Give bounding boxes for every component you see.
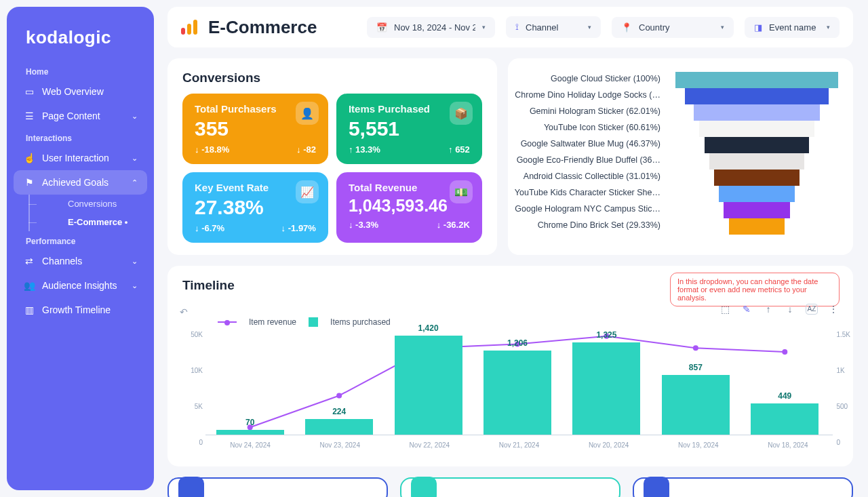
chevron-up-icon: ⌃ — [132, 178, 138, 187]
conversions-card: Conversions 👤 Total Purchasers 355 ↓ -18… — [167, 58, 497, 255]
chevron-down-icon: ⌄ — [132, 154, 138, 163]
analytics-icon — [181, 20, 197, 35]
content-icon: ☰ — [23, 110, 35, 122]
section-performance: Performance — [14, 231, 147, 249]
nav-growth[interactable]: ▥ Growth Timeline — [14, 298, 147, 322]
kpi-key-event-rate: 📈 Key Event Rate 27.38% ↓ -6.7%↓ -1.97% — [182, 172, 328, 243]
svg-point-1 — [336, 393, 342, 398]
chart-legend: Item revenue Items purchased — [218, 317, 391, 327]
svg-point-5 — [693, 345, 698, 351]
legend-box-icon — [309, 317, 318, 327]
timeline-card: Timeline In this dropdown, you can chang… — [167, 266, 853, 466]
card-icon — [411, 477, 437, 497]
section-home: Home — [14, 62, 147, 79]
chevron-down-icon: ⌄ — [132, 257, 138, 266]
location-icon: 📍 — [621, 22, 632, 33]
flag-icon: ⚑ — [23, 176, 35, 188]
kpi-items-purchased: 📦 Items Purchased 5,551 ↑ 13.3%↑ 652 — [336, 94, 482, 164]
conversions-title: Conversions — [182, 71, 482, 85]
nav-page-content[interactable]: ☰ Page Content ⌄ — [14, 104, 147, 128]
nav-ecommerce[interactable]: E-Commerce • — [14, 213, 147, 231]
topbar: E-Commerce 📅 Nov 18, 2024 - Nov 24, 202 … — [167, 7, 853, 47]
chevron-down-icon: ⌄ — [132, 112, 138, 121]
plot-area: 702241,4201,2061,325857449 — [205, 331, 833, 435]
dropdown-arrow-icon: ▾ — [482, 24, 486, 31]
funnel-card: Google Cloud Sticker (100%)Chrome Dino H… — [508, 58, 853, 255]
sort-az-icon[interactable]: AZ — [806, 304, 818, 315]
nav-audience[interactable]: 👥 Audience Insights ⌄ — [14, 273, 147, 298]
page-title: E-Commerce — [208, 17, 317, 38]
people-icon: 👥 — [23, 279, 35, 292]
funnel-labels: Google Cloud Sticker (100%)Chrome Dino H… — [515, 71, 665, 233]
brand-logo: kodalogic — [14, 20, 147, 62]
dropdown-arrow-icon: ▾ — [588, 24, 591, 31]
calendar-icon: 📅 — [376, 22, 387, 33]
kpi-total-revenue: 💵 Total Revenue 1,043,593.46 ↓ -3.3%↓ -3… — [336, 172, 482, 243]
legend-line-icon — [218, 321, 237, 323]
sidebar: kodalogic Home ▭ Web Overview ☰ Page Con… — [7, 7, 154, 490]
timeline-chart: 50K10K5K0 1.5K1K5000 702241,4201,2061,32… — [205, 331, 833, 446]
nav-web-overview[interactable]: ▭ Web Overview — [14, 79, 147, 104]
tap-icon: ☝ — [23, 152, 35, 164]
main: E-Commerce 📅 Nov 18, 2024 - Nov 24, 202 … — [161, 0, 868, 497]
bottom-card-2[interactable] — [400, 477, 620, 497]
nav-channels[interactable]: ⇄ Channels ⌄ — [14, 249, 147, 273]
bottom-card-3[interactable] — [633, 477, 853, 497]
share-icon: ⇄ — [23, 255, 35, 267]
dropdown-arrow-icon: ▾ — [827, 24, 830, 31]
channel-icon: ⟟ — [515, 22, 519, 33]
edit-icon[interactable]: ✎ — [741, 304, 753, 315]
chart-toolbar: ⬚ ✎ ↑ ↓ AZ ⋮ — [719, 304, 840, 315]
x-axis: Nov 24, 2024Nov 23, 2024Nov 22, 2024Nov … — [205, 441, 833, 449]
bottom-cards — [167, 477, 853, 497]
select-area-icon[interactable]: ⬚ — [719, 304, 731, 315]
y-axis-left: 50K10K5K0 — [182, 331, 203, 446]
date-range-picker[interactable]: 📅 Nov 18, 2024 - Nov 24, 202 ▾ — [367, 17, 495, 38]
nav-user-interaction[interactable]: ☝ User Interaction ⌄ — [14, 146, 147, 170]
more-icon[interactable]: ⋮ — [827, 304, 840, 315]
widgets-icon: ◨ — [754, 22, 762, 33]
upload-icon[interactable]: ↑ — [762, 304, 774, 315]
dropdown-arrow-icon: ▾ — [721, 24, 724, 31]
download-icon[interactable]: ↓ — [784, 304, 796, 315]
nav-achieved-goals[interactable]: ⚑ Achieved Goals ⌃ — [14, 170, 147, 195]
undo-icon[interactable]: ↶ — [180, 306, 188, 317]
chevron-down-icon: ⌄ — [132, 281, 138, 290]
browser-icon: ▭ — [23, 85, 35, 98]
channel-filter[interactable]: ⟟ Channel ▾ — [506, 16, 601, 38]
country-filter[interactable]: 📍 Country ▾ — [612, 17, 734, 38]
card-icon — [644, 477, 669, 497]
chart-icon: ▥ — [23, 304, 35, 316]
kpi-total-purchasers: 👤 Total Purchasers 355 ↓ -18.8%↓ -82 — [182, 94, 328, 164]
card-icon — [178, 477, 204, 497]
event-filter[interactable]: ◨ Event name ▾ — [745, 17, 840, 38]
nav-conversions[interactable]: Conversions — [14, 195, 147, 213]
bottom-card-1[interactable] — [167, 477, 388, 497]
funnel-chart — [675, 71, 838, 235]
y-axis-right: 1.5K1K5000 — [836, 331, 850, 446]
svg-point-6 — [782, 349, 787, 355]
hint-tooltip: In this dropdown, you can change the dat… — [670, 273, 840, 306]
section-interactions: Interactions — [14, 128, 147, 146]
